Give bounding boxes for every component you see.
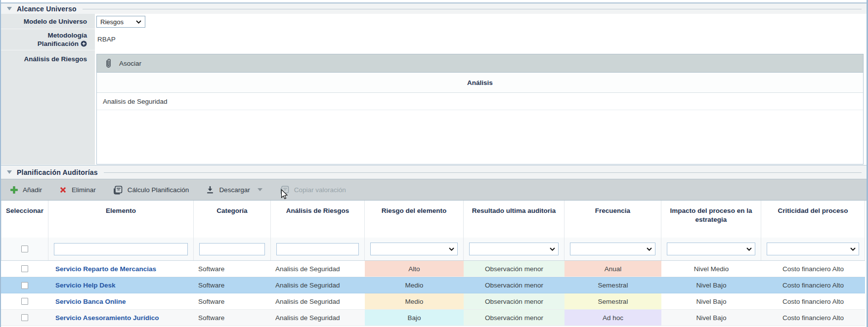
alcance-form: Modelo de Universo Riesgos Metodología P…	[1, 14, 867, 165]
filter-cell	[1, 238, 48, 260]
column-header[interactable]: Elemento	[48, 201, 194, 238]
row-select-cell	[1, 310, 48, 326]
row-checkbox[interactable]	[21, 298, 28, 305]
filter-input-categoria[interactable]	[199, 243, 265, 255]
filter-select-criticidad[interactable]	[767, 243, 859, 255]
filter-cell	[48, 238, 194, 260]
cell-criticidad-proceso: Costo financiero Alto	[761, 293, 865, 309]
filter-input-elemento[interactable]	[54, 243, 188, 255]
divider-line	[83, 9, 862, 9]
audit-planning-panel: Alcance Universo Modelo de Universo Ries…	[0, 0, 868, 327]
paperclip-icon	[105, 58, 112, 69]
cell-riesgo-elemento: Alto	[365, 261, 464, 277]
filter-select-impacto[interactable]	[667, 243, 755, 255]
cell-resultado-auditoria: Observación menor	[464, 278, 564, 293]
cell-impacto-proceso: Nivel Bajo	[661, 293, 761, 309]
divider-line	[104, 172, 862, 173]
asociar-button[interactable]: Asociar	[96, 54, 864, 73]
metodologia-value: RBAP	[95, 29, 867, 43]
filter-select-riesgo[interactable]	[370, 243, 458, 255]
anadir-button[interactable]: Añadir	[10, 186, 42, 194]
filter-cell	[564, 238, 661, 260]
chevron-down-icon	[550, 247, 555, 251]
elemento-link[interactable]: Servicio Banca Online	[55, 298, 126, 305]
filter-select-resultado[interactable]	[469, 243, 559, 255]
cell-frecuencia: Anual	[564, 261, 661, 277]
cell-resultado-auditoria: Observación menor	[464, 293, 564, 309]
cell-analisis-riesgos: Analisis de Seguridad	[271, 293, 365, 309]
row-select-cell	[1, 278, 48, 293]
column-header[interactable]: Categoría	[194, 201, 271, 238]
column-header[interactable]: Riesgo del elemento	[365, 201, 464, 238]
cell-impacto-proceso: Nivel Medio	[661, 261, 761, 277]
top-divider	[1, 0, 867, 3]
metodologia-label: Metodología Planificación	[1, 29, 95, 50]
report-icon	[279, 185, 290, 195]
column-header[interactable]: Resultado ultima auditoria	[464, 201, 564, 238]
row-checkbox[interactable]	[21, 265, 28, 272]
analisis-column-header[interactable]: Análisis	[97, 73, 863, 93]
row-checkbox[interactable]	[21, 282, 28, 289]
column-header[interactable]: Seleccionar	[1, 201, 48, 238]
planificacion-toolbar: Añadir Eliminar Cálculo Planificación De…	[1, 179, 867, 201]
elemento-link[interactable]: Servicio Asesoramiento Jurídico	[55, 314, 159, 322]
cell-elemento: Servicio Reparto de Mercancias	[48, 261, 194, 277]
row-select-cell	[1, 293, 48, 309]
filter-select-frecuencia[interactable]	[570, 243, 655, 255]
planificacion-table: SeleccionarElementoCategoríaAnálisis de …	[1, 201, 865, 326]
elemento-link[interactable]: Servicio Reparto de Mercancias	[55, 265, 156, 273]
section-title: Alcance Universo	[17, 5, 77, 13]
filter-cell	[761, 238, 865, 260]
modelo-universo-select[interactable]: Riesgos	[96, 16, 145, 28]
column-header[interactable]: Análisis de Riesgos	[271, 201, 365, 238]
filter-cell	[365, 238, 464, 260]
analisis-row[interactable]: Analisis de Seguridad	[97, 93, 863, 110]
asociar-label: Asociar	[119, 60, 141, 67]
cell-resultado-auditoria: Observación menor	[464, 261, 564, 277]
dropdown-caret-icon[interactable]	[258, 188, 262, 191]
filter-input-analisis[interactable]	[276, 243, 359, 255]
calculo-planificacion-button[interactable]: Cálculo Planificación	[113, 185, 189, 195]
column-header[interactable]: Criticidad del proceso	[761, 201, 865, 238]
cell-riesgo-elemento: Bajo	[365, 310, 464, 326]
cell-categoria: Software	[194, 278, 271, 293]
table-row: Servicio Reparto de MercanciasSoftwareAn…	[1, 261, 865, 277]
elemento-link[interactable]: Servicio Help Desk	[55, 282, 116, 289]
section-title: Planificación Auditorías	[17, 168, 98, 176]
section-alcance-universo-header[interactable]: Alcance Universo	[1, 3, 867, 14]
cell-frecuencia: Semestral	[564, 293, 661, 309]
analisis-table: Análisis Analisis de Seguridad	[96, 73, 864, 164]
cell-criticidad-proceso: Costo financiero Alto	[761, 278, 865, 293]
chevron-down-icon	[449, 247, 454, 251]
cell-criticidad-proceso: Costo financiero Alto	[761, 310, 865, 326]
eliminar-button[interactable]: Eliminar	[59, 186, 96, 194]
filter-cell	[661, 238, 761, 260]
cell-analisis-riesgos: Analisis de Seguridad	[271, 278, 365, 293]
cell-categoria: Software	[194, 293, 271, 309]
collapse-triangle-icon[interactable]	[7, 7, 12, 10]
section-planificacion-header[interactable]: Planificación Auditorías	[1, 165, 867, 179]
filter-cell	[464, 238, 564, 260]
cell-categoria: Software	[194, 261, 271, 277]
column-header[interactable]: Frecuencia	[564, 201, 661, 238]
row-select-cell	[1, 261, 48, 277]
row-checkbox[interactable]	[21, 314, 28, 321]
cell-resultado-auditoria: Observación menor	[464, 310, 564, 326]
select-all-checkbox[interactable]	[21, 245, 28, 252]
cell-impacto-proceso: Nivel Bajo	[661, 278, 761, 293]
filter-cell	[271, 238, 365, 260]
column-header[interactable]: Impacto del proceso en la estrategia	[661, 201, 761, 238]
cell-riesgo-elemento: Medio	[365, 278, 464, 293]
modelo-universo-label: Modelo de Universo	[1, 14, 95, 29]
cell-elemento: Servicio Banca Online	[48, 293, 194, 309]
collapse-triangle-icon[interactable]	[7, 170, 12, 174]
info-plus-icon[interactable]	[81, 41, 87, 47]
download-icon	[206, 185, 215, 195]
report-icon	[113, 185, 123, 195]
x-icon	[59, 186, 67, 194]
cell-analisis-riesgos: Analisis de Seguridad	[271, 261, 365, 277]
descargar-button[interactable]: Descargar	[206, 185, 262, 195]
modelo-universo-selected-value: Riesgos	[100, 18, 124, 26]
copiar-valoracion-button[interactable]: Copiar valoración	[279, 185, 346, 195]
cell-analisis-riesgos: Analisis de Seguridad	[271, 310, 365, 326]
